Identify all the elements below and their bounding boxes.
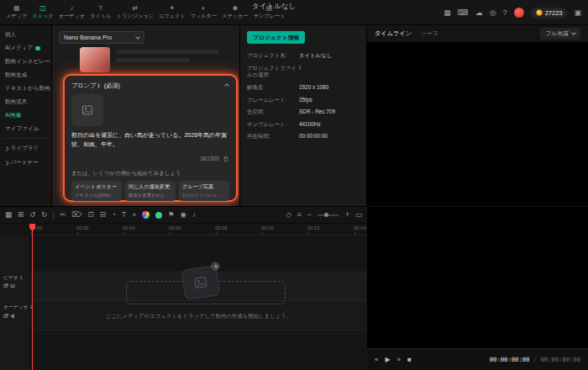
top-tab[interactable]: ☻ ステッカー xyxy=(219,0,251,24)
trash-icon[interactable] xyxy=(223,151,229,166)
image-icon xyxy=(193,275,208,290)
sample-image-thumbnail[interactable] xyxy=(80,47,110,72)
sidebar-item[interactable]: 動画道具 xyxy=(0,95,51,108)
example-prompt-card[interactable]: イベントポスター テキストの説明があるポスター xyxy=(71,181,122,201)
example-desc: 2人のリファレンスキャラクター xyxy=(182,193,226,198)
top-tab[interactable]: ♪ オーディオ xyxy=(56,0,88,24)
crop-icon[interactable]: ⊟ xyxy=(100,211,106,219)
info-value: タイトルなし xyxy=(299,52,332,60)
project-info-row: 再生時間: 00:00:00:00 xyxy=(240,130,366,143)
sidebar-item[interactable]: 個人 xyxy=(0,28,51,41)
prev-frame-icon[interactable]: « xyxy=(375,357,378,363)
zoom-slider[interactable] xyxy=(318,214,339,216)
chevron-down-icon xyxy=(135,34,140,40)
ruler-tick: 00:12 xyxy=(307,224,354,235)
prompt-card-title: プロンプト (必須) xyxy=(71,82,229,90)
toolbar-icon[interactable] xyxy=(53,211,54,219)
duplicate-icon[interactable]: ⊡ xyxy=(88,211,94,219)
quality-button[interactable]: フル画質 xyxy=(540,28,580,40)
lock-icon[interactable] xyxy=(3,314,8,318)
sidebar: 個人 AIメディア 動画インスピレー... 動画生成 テキストから動画... 動… xyxy=(0,25,52,206)
visibility-icon[interactable] xyxy=(10,284,15,288)
sidebar-section[interactable]: ライブラリ xyxy=(0,141,51,156)
top-toolbar: ▦ メディア ◫ ストック ♪ オーディオ T タイトル ⇄ トランジション ✦… xyxy=(0,0,588,25)
example-prompt-card[interactable]: グループ写真 2人のリファレンスキャラクター xyxy=(179,181,229,201)
example-prompt-card[interactable]: 同じ人の服装変更 服装を変更された同一人物 xyxy=(125,181,176,201)
next-frame-icon[interactable]: » xyxy=(397,357,401,363)
preview-viewport[interactable] xyxy=(367,42,588,348)
undo-icon[interactable]: ↺ xyxy=(29,211,35,219)
track-manage-icon[interactable]: ▦ xyxy=(5,211,12,219)
sidebar-item[interactable]: AI画像 xyxy=(0,108,51,122)
sidebar-item[interactable]: AIメディア xyxy=(0,41,51,55)
snap-icon[interactable]: ⊞ xyxy=(18,211,24,219)
lock-icon[interactable] xyxy=(3,284,8,288)
ruler-tick: 00:04 xyxy=(123,224,169,235)
more-tools-icon[interactable]: » xyxy=(132,211,136,219)
help-icon[interactable]: ? xyxy=(503,9,507,17)
project-info-row: フレームレート: 25fps xyxy=(240,94,366,107)
model-selector[interactable]: Nano Banana Pro xyxy=(59,31,144,44)
suggestion-label: または、いくつかの例から始めてみましょう xyxy=(71,170,229,177)
stop-icon[interactable]: ■ xyxy=(407,357,412,363)
credits-count: 27223 xyxy=(545,9,563,17)
mic-icon[interactable]: ♪ xyxy=(192,211,196,219)
split-icon[interactable]: ✂ xyxy=(60,211,66,219)
project-info-row: 色空間: SDR - Rec.709 xyxy=(240,106,366,119)
top-tab[interactable]: ▦ メディア xyxy=(3,0,29,24)
top-tab[interactable]: ◫ ストック xyxy=(29,0,55,24)
sidebar-section[interactable]: パートナー xyxy=(0,156,51,170)
top-tab[interactable]: ◐ フィルター xyxy=(188,0,220,24)
info-label: 色空間: xyxy=(247,108,299,116)
credits-badge[interactable]: 27223 xyxy=(531,8,568,18)
obscured-text-line xyxy=(116,58,190,62)
delete-icon[interactable]: ⌦ xyxy=(72,211,82,219)
sidebar-item[interactable]: 動画生成 xyxy=(0,68,51,82)
ruler-tick: 00:02 xyxy=(76,224,123,235)
mute-icon[interactable] xyxy=(10,314,14,319)
timeline-ruler[interactable]: 00:0000:0200:0400:0600:0800:1000:1200:14 xyxy=(30,224,367,235)
top-tab[interactable]: ✦ エフェクト xyxy=(156,0,188,24)
zoom-in-icon[interactable]: + xyxy=(345,211,349,219)
ruler-tick: 00:10 xyxy=(261,224,307,235)
redo-icon[interactable]: ↻ xyxy=(41,211,47,219)
marker-icon[interactable]: ⚑ xyxy=(168,211,175,219)
record-icon[interactable]: ◉ xyxy=(181,211,186,219)
tab-icon: ⇄ xyxy=(132,4,138,12)
chevron-right-icon xyxy=(4,161,8,165)
char-count: 36/1500 xyxy=(200,156,219,161)
preview-tab[interactable]: ソース xyxy=(420,29,438,38)
notification-icon[interactable]: ◎ xyxy=(490,9,496,17)
speed-icon[interactable]: ◔ xyxy=(112,211,116,219)
top-tab[interactable]: ⇄ トランジション xyxy=(114,0,156,24)
user-avatar[interactable] xyxy=(514,8,524,18)
export-icon[interactable]: ▣ xyxy=(574,9,581,17)
info-value: 00:00:00:00 xyxy=(299,133,328,140)
cloud-icon[interactable]: ☁ xyxy=(475,9,483,17)
preview-tab[interactable]: タイムライン xyxy=(375,29,412,38)
audio-track-header: オーディオ 1 xyxy=(0,304,30,319)
example-title: 同じ人の服装変更 xyxy=(129,183,172,191)
keyboard-icon[interactable]: ⌨ xyxy=(458,9,469,17)
sidebar-item[interactable]: 動画インスピレー... xyxy=(0,55,51,68)
coin-icon xyxy=(536,9,543,16)
timeline-tracks[interactable]: ビデオ 1 オーディオ 1 ここにメディアやエフェクトをドラッグして動画の作成を… xyxy=(0,235,367,370)
color-wheel-icon[interactable] xyxy=(142,211,150,219)
text-tool-icon[interactable]: T xyxy=(122,211,126,219)
audio-mixer-icon[interactable]: ≡ xyxy=(297,211,302,219)
keyframe-icon[interactable]: ◇ xyxy=(286,211,292,219)
chroma-key-icon[interactable] xyxy=(155,212,162,219)
sidebar-item-label: 動画インスピレー... xyxy=(5,58,51,66)
workspace-icon[interactable]: ▦ xyxy=(444,9,451,17)
total-time: 00:00:00:00 xyxy=(540,356,580,363)
play-icon[interactable]: ▶ xyxy=(385,357,390,363)
fit-timeline-icon[interactable]: ▭ xyxy=(355,211,362,219)
prompt-textarea[interactable]: 初日の出を背景に、白い馬が走っている。2026年馬の年賀状、和風、午年。 xyxy=(71,131,231,149)
sidebar-item[interactable]: マイファイル xyxy=(0,122,51,135)
main-tab-bar: ▦ メディア ◫ ストック ♪ オーディオ T タイトル ⇄ トランジション ✦… xyxy=(0,0,287,24)
ai-image-prompt-card: プロンプト (必須) 初日の出を背景に、白い馬が走っている。2026年馬の年賀状… xyxy=(63,74,238,202)
sidebar-item[interactable]: テキストから動画... xyxy=(0,82,51,95)
zoom-out-icon[interactable]: − xyxy=(307,211,312,219)
top-tab[interactable]: T タイトル xyxy=(87,0,113,24)
image-upload-box[interactable] xyxy=(71,94,103,126)
